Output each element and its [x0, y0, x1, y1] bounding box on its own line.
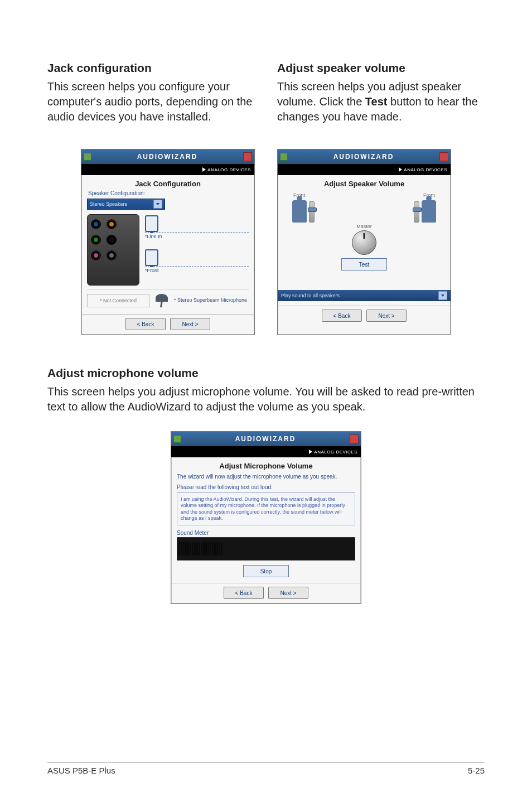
jack-config-window: AUDIOWIZARD ANALOG DEVICES Jack Configur…	[81, 149, 255, 335]
logo-icon	[309, 450, 312, 454]
speaker-vol-body-bold: Test	[365, 95, 388, 108]
rear-panel-graphic	[87, 214, 139, 286]
jack-blue-icon	[91, 219, 101, 229]
analog-devices-logo: ANALOG DEVICES	[399, 167, 447, 172]
speaker-config-value: Stereo Speakers	[90, 201, 127, 207]
logo-text: ANALOG DEVICES	[314, 450, 357, 455]
close-icon[interactable]	[350, 434, 359, 443]
jack-green-icon	[91, 235, 101, 245]
jack-pink-icon	[91, 250, 101, 260]
mic-heading: Adjust Microphone Volume	[177, 462, 355, 471]
mic-read-text: I am using the AudioWizard. During this …	[177, 492, 355, 525]
mic-vol-title: Adjust microphone volume	[47, 366, 485, 380]
logo-icon	[399, 167, 402, 172]
superbeam-mic-icon	[154, 293, 170, 308]
mic-logobar: ANALOG DEVICES	[171, 446, 361, 457]
analog-devices-logo: ANALOG DEVICES	[202, 167, 251, 172]
jack-grey-icon	[107, 250, 117, 260]
jack-config-body: This screen helps you configure your com…	[47, 79, 255, 124]
front-right-speaker-icon	[422, 200, 436, 223]
sound-meter-label: Sound Meter	[177, 530, 355, 536]
front-left-slider[interactable]	[309, 201, 315, 223]
mic-vol-body: This screen helps you adjust microphone …	[47, 384, 485, 414]
mic-titlebar: AUDIOWIZARD	[171, 432, 361, 446]
front-jack-icon	[145, 249, 158, 266]
close-icon[interactable]	[439, 152, 448, 161]
jack-heading: Jack Configuration	[87, 180, 249, 189]
jack-logobar: ANALOG DEVICES	[81, 164, 254, 175]
play-sound-dropdown[interactable]: Play sound to all speakers	[278, 290, 451, 301]
mic-window-title: AUDIOWIZARD	[181, 435, 350, 443]
speaker-heading: Adjust Speaker Volume	[283, 180, 445, 189]
page-footer: ASUS P5B-E Plus 5-25	[47, 762, 485, 775]
speaker-window-title: AUDIOWIZARD	[288, 153, 439, 161]
speaker-titlebar: AUDIOWIZARD	[278, 149, 451, 164]
mic-sub: Please read the following text out loud:	[177, 484, 355, 490]
logo-icon	[202, 167, 206, 172]
mic-volume-window: AUDIOWIZARD ANALOG DEVICES Adjust Microp…	[171, 431, 361, 604]
master-label: Master	[341, 224, 387, 229]
chevron-down-icon[interactable]	[153, 200, 162, 209]
logo-text: ANALOG DEVICES	[207, 167, 251, 172]
window-menu-icon[interactable]	[84, 153, 91, 161]
speaker-logobar: ANALOG DEVICES	[278, 164, 451, 175]
footer-left: ASUS P5B-E Plus	[47, 766, 115, 775]
footer-right: 5-25	[468, 766, 485, 775]
chevron-down-icon[interactable]	[438, 291, 447, 300]
speaker-config-dropdown[interactable]: Stereo Speakers	[87, 199, 165, 210]
jack-config-title: Jack configuration	[47, 61, 255, 75]
jack-orange-icon	[107, 219, 117, 229]
jack-black-icon	[107, 235, 117, 245]
test-button[interactable]: Test	[341, 258, 387, 270]
speaker-volume-window: AUDIOWIZARD ANALOG DEVICES Adjust Speake…	[277, 149, 451, 335]
front-label: *Front	[145, 266, 249, 273]
speaker-vol-body: This screen helps you adjust speaker vol…	[277, 79, 485, 124]
play-sound-label: Play sound to all speakers	[281, 293, 340, 298]
speaker-next-button[interactable]: Next >	[366, 310, 407, 322]
stop-button[interactable]: Stop	[243, 565, 289, 577]
sound-meter	[177, 537, 355, 561]
mic-desc: The wizard will now adjust the microphon…	[177, 474, 355, 480]
analog-devices-logo: ANALOG DEVICES	[309, 450, 357, 455]
linein-jack-icon	[145, 215, 158, 232]
superbeam-mic-label: * Stereo Superbeam Microphone	[174, 298, 247, 303]
logo-text: ANALOG DEVICES	[404, 167, 447, 172]
not-connected-box: * Not Connected	[87, 294, 149, 307]
mic-back-button[interactable]: < Back	[224, 587, 264, 599]
front-left-speaker-icon	[292, 200, 307, 223]
jack-window-title: AUDIOWIZARD	[91, 153, 243, 161]
master-volume-knob[interactable]	[352, 230, 376, 255]
window-menu-icon[interactable]	[173, 435, 181, 443]
jack-back-button[interactable]: < Back	[125, 318, 166, 330]
speaker-vol-title: Adjust speaker volume	[277, 61, 485, 75]
jack-titlebar: AUDIOWIZARD	[81, 149, 254, 164]
linein-label: *Line In	[145, 232, 249, 239]
mic-next-button[interactable]: Next >	[268, 587, 308, 599]
jack-next-button[interactable]: Next >	[170, 318, 210, 330]
close-icon[interactable]	[243, 152, 252, 161]
window-menu-icon[interactable]	[280, 153, 288, 161]
front-right-slider[interactable]	[414, 201, 419, 223]
speaker-back-button[interactable]: < Back	[322, 310, 362, 322]
jack-subline: Speaker Configuration:	[88, 190, 249, 196]
